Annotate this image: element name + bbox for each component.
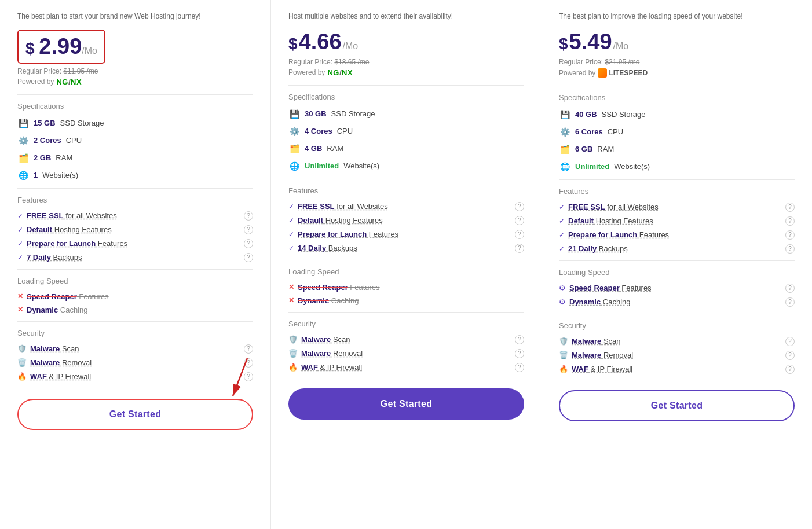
check-icon-1-2: ✓ [17,240,23,248]
feature-text-1-3: Backups [51,253,82,262]
help-icon-speed-3-1[interactable]: ? [785,297,795,307]
x-icon-1-0: ✕ [17,292,23,300]
help-icon-speed-3-0[interactable]: ? [785,284,795,293]
speed-text-3-0: Features [620,284,652,292]
speed-left-2-1: ✕ Dynamic Caching [288,296,359,305]
divider-loading-1 [17,321,253,322]
sec-text-2-2: & IP Firewall [318,363,362,372]
feature-bold-2-3: 14 Daily [298,244,326,252]
spec-text-2-0: SSD Storage [331,109,375,118]
spec-text-1-2: RAM [56,153,72,162]
feature-bold-3-3: 21 Daily [568,244,597,253]
feature-left-3-3: ✓ 21 Daily Backups [559,244,628,253]
divider-loading-2 [288,312,524,313]
price-box-2: $ 4.66/Mo [288,30,524,54]
spec-icon-1-3: 🌐 [17,170,29,181]
help-icon-2-3[interactable]: ? [515,244,524,253]
feature-item-3-3: ✓ 21 Daily Backups ? [559,244,795,254]
spec-item-3-2: 🗂️ 6 GB RAM [559,144,795,155]
plan-tagline-3: The best plan to improve the loading spe… [559,12,795,21]
help-icon-sec-3-0[interactable]: ? [785,337,795,346]
spec-item-1-0: 💾 15 GB SSD Storage [17,117,253,129]
spec-text-3-2: RAM [597,145,614,153]
sec-icon-1-2: 🔥 [17,372,27,381]
divider-features-1 [17,269,253,270]
sec-bold-1-1: Malware [30,358,60,367]
security-title-2: Security [288,319,524,328]
feature-left-1-1: ✓ Default Hosting Features [17,225,112,234]
divider-top-3 [559,86,795,86]
help-icon-3-1[interactable]: ? [785,216,795,226]
divider-top-1 [17,94,253,95]
spec-text-2-3: Website(s) [343,161,379,170]
check-icon-1-0: ✓ [17,212,23,220]
price-per-3: /Mo [613,41,629,52]
spec-bold-2-2: 4 GB [305,144,322,153]
get-started-btn-1[interactable]: Get Started [17,399,253,430]
feature-bold-3-0: FREE SSL [568,203,605,211]
security-left-3-2: 🔥 WAF & IP Firewall [559,365,632,373]
sec-icon-2-2: 🔥 [288,363,298,372]
speed-item-2-0: ✕ Speed Reaper Features [288,283,524,292]
spec-icon-2-1: ⚙️ [288,126,300,137]
help-icon-2-1[interactable]: ? [515,216,524,225]
help-icon-sec-1-0[interactable]: ? [244,344,253,354]
feature-text-1-0: for all Websites [64,211,117,220]
help-icon-3-3[interactable]: ? [785,244,795,254]
security-title-3: Security [559,321,795,330]
spec-bold-2-1: 4 Cores [305,127,332,135]
spec-item-3-3: 🌐 Unlimited Website(s) [559,161,795,172]
help-icon-1-1[interactable]: ? [244,225,253,234]
help-icon-1-0[interactable]: ? [244,211,253,221]
spec-item-1-1: ⚙️ 2 Cores CPU [17,135,253,146]
plan-col-2: Host multiple websites and to extend the… [271,0,542,529]
help-icon-sec-3-2[interactable]: ? [785,365,795,374]
features-title-3: Features [559,187,795,196]
help-icon-sec-2-1[interactable]: ? [515,349,524,358]
help-icon-sec-2-2[interactable]: ? [515,363,524,372]
litespeed-logo-3: LITESPEED [598,68,648,78]
spec-item-3-0: 💾 40 GB SSD Storage [559,109,795,120]
get-started-btn-3[interactable]: Get Started [559,390,795,421]
help-icon-3-2[interactable]: ? [785,230,795,240]
help-icon-3-0[interactable]: ? [785,203,795,212]
speed-text-2-0: Features [348,283,380,292]
price-per-1: /Mo [82,46,97,56]
loading-title-2: Loading Speed [288,267,524,276]
help-icon-2-2[interactable]: ? [515,230,524,239]
get-started-btn-2[interactable]: Get Started [288,388,524,420]
feature-text-2-3: Backups [326,244,357,252]
check-icon-3-3: ✓ [559,245,565,253]
sec-icon-3-0: 🛡️ [559,337,568,346]
sec-bold-3-2: WAF [572,365,588,373]
speed-bold-2-1: Dynamic [298,296,329,305]
help-icon-sec-3-1[interactable]: ? [785,351,795,360]
sec-icon-2-1: 🗑️ [288,349,298,358]
plan-tagline-1: The best plan to start your brand new We… [17,12,253,21]
check-icon-2-2: ✓ [288,230,294,238]
speed-left-2-0: ✕ Speed Reaper Features [288,283,380,292]
help-icon-sec-2-0[interactable]: ? [515,335,524,344]
speed-bold-2-0: Speed Reaper [298,283,348,292]
spec-text-3-3: Website(s) [614,162,650,171]
spec-icon-3-3: 🌐 [559,161,570,172]
divider-top-2 [288,85,524,86]
feature-left-1-0: ✓ FREE SSL for all Websites [17,211,117,220]
help-icon-1-2[interactable]: ? [244,239,253,248]
feature-item-3-1: ✓ Default Hosting Features ? [559,216,795,226]
security-left-3-0: 🛡️ Malware Scan [559,337,621,346]
help-icon-sec-1-2[interactable]: ? [244,372,253,381]
feature-text-3-3: Backups [597,244,627,253]
security-item-1-0: 🛡️ Malware Scan ? [17,344,253,354]
feature-left-2-2: ✓ Prepare for Launch Features [288,230,398,238]
price-currency-3: $ [559,35,568,53]
loading-title-1: Loading Speed [17,277,253,285]
security-left-2-1: 🗑️ Malware Removal [288,349,363,358]
litespeed-icon [598,68,607,78]
help-icon-1-3[interactable]: ? [244,253,253,262]
security-item-1-1: 🗑️ Malware Removal ? [17,358,253,368]
help-icon-2-0[interactable]: ? [515,202,524,211]
help-icon-sec-1-1[interactable]: ? [244,358,253,368]
price-amount-2: 4.66 [299,30,342,54]
speed-left-1-0: ✕ Speed Reaper Features [17,292,109,301]
